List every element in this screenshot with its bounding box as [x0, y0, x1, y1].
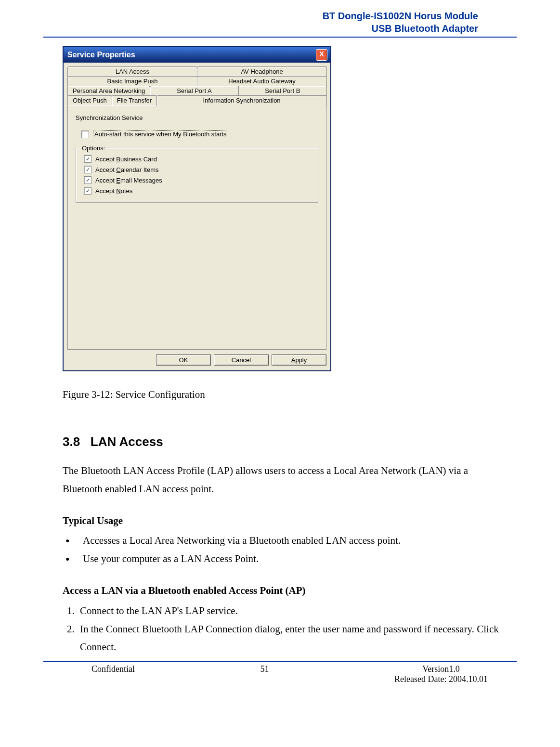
- list-item: Connect to the LAN AP's LAP service.: [77, 602, 517, 620]
- tab-stack: LAN Access AV Headphone Basic Image Push…: [67, 66, 326, 350]
- figure-caption: Figure 3-12: Service Configuration: [63, 389, 517, 401]
- tab-info-sync[interactable]: Information Synchronization: [156, 95, 327, 106]
- label-notes: Accept Notes: [95, 187, 132, 195]
- tab-page: Synchronization Service Auto-start this …: [67, 105, 326, 350]
- dialog-title: Service Properties: [67, 51, 135, 59]
- typical-usage-heading: Typical Usage: [63, 512, 488, 530]
- options-legend: Options:: [80, 144, 107, 152]
- label-email-messages: Accept Email Messages: [95, 177, 162, 184]
- dialog-body: LAN Access AV Headphone Basic Image Push…: [64, 63, 330, 370]
- service-title: Synchronization Service: [76, 114, 320, 121]
- option-business-card[interactable]: ✓ Accept Business Card: [84, 155, 313, 163]
- tab-serial-a[interactable]: Serial Port A: [150, 86, 238, 96]
- footer-divider: [43, 661, 517, 662]
- options-fieldset: Options: ✓ Accept Business Card ✓ Accept…: [76, 148, 318, 203]
- label-calendar-items: Accept Calendar Items: [95, 166, 159, 173]
- bullet-list: Accesses a Local Area Networking via a B…: [63, 532, 517, 568]
- tab-object-push[interactable]: Object Push: [67, 95, 112, 105]
- checkbox-notes[interactable]: ✓: [84, 187, 91, 195]
- page-header: BT Dongle-IS1002N Horus Module USB Bluet…: [43, 10, 517, 35]
- tab-file-transfer[interactable]: File Transfer: [112, 95, 157, 105]
- option-calendar-items[interactable]: ✓ Accept Calendar Items: [84, 166, 313, 173]
- option-notes[interactable]: ✓ Accept Notes: [84, 187, 313, 195]
- header-line1: BT Dongle-IS1002N Horus Module: [43, 10, 478, 22]
- list-item: Use your computer as a LAN Access Point.: [63, 550, 517, 568]
- tab-headset-audio-gateway[interactable]: Headset Audio Gateway: [197, 76, 327, 86]
- option-email-messages[interactable]: ✓ Accept Email Messages: [84, 176, 313, 184]
- checkbox-calendar-items[interactable]: ✓: [84, 166, 91, 173]
- section-title: LAN Access: [91, 434, 163, 449]
- page-footer: Confidential 51 Version1.0 Released Date…: [43, 664, 517, 684]
- autostart-label: Auto-start this service when My Bluetoot…: [93, 130, 228, 138]
- tab-basic-image-push[interactable]: Basic Image Push: [67, 76, 197, 86]
- tab-av-headphone[interactable]: AV Headphone: [197, 66, 327, 77]
- checkbox-email-messages[interactable]: ✓: [84, 176, 91, 184]
- list-item: Accesses a Local Area Networking via a B…: [63, 532, 517, 550]
- footer-page-number: 51: [260, 664, 269, 684]
- dialog-window: Service Properties X LAN Access AV Headp…: [63, 46, 331, 371]
- tab-lan-access[interactable]: LAN Access: [67, 66, 197, 77]
- dialog-button-row: OK Cancel Apply: [67, 350, 326, 366]
- footer-left: Confidential: [91, 664, 135, 684]
- footer-right: Version1.0 Released Date: 2004.10.01: [394, 664, 488, 684]
- section-number: 3.8: [63, 434, 80, 449]
- checkbox-business-card[interactable]: ✓: [84, 155, 91, 163]
- close-button[interactable]: X: [316, 49, 327, 61]
- tab-serial-b[interactable]: Serial Port B: [238, 86, 327, 96]
- close-icon: X: [319, 50, 324, 58]
- list-item: In the Connect Bluetooth LAP Connection …: [77, 620, 517, 657]
- section-heading: 3.8 LAN Access: [63, 434, 517, 449]
- cancel-button[interactable]: Cancel: [214, 354, 269, 366]
- autostart-checkbox[interactable]: [81, 131, 89, 138]
- access-heading: Access a LAN via a Bluetooth enabled Acc…: [63, 582, 488, 600]
- dialog-titlebar[interactable]: Service Properties X: [64, 47, 330, 63]
- autostart-row[interactable]: Auto-start this service when My Bluetoot…: [81, 130, 320, 138]
- header-line2: USB Bluetooth Adapter: [43, 22, 478, 35]
- header-divider: [43, 37, 517, 38]
- steps-list: Connect to the LAN AP's LAP service. In …: [63, 602, 517, 656]
- label-business-card: Accept Business Card: [95, 156, 157, 163]
- section-intro: The Bluetooth LAN Access Profile (LAP) a…: [63, 462, 488, 498]
- apply-button[interactable]: Apply: [272, 354, 326, 366]
- ok-button[interactable]: OK: [156, 354, 211, 366]
- dialog-screenshot: Service Properties X LAN Access AV Headp…: [63, 46, 331, 371]
- tab-pan[interactable]: Personal Area Networking: [67, 86, 150, 96]
